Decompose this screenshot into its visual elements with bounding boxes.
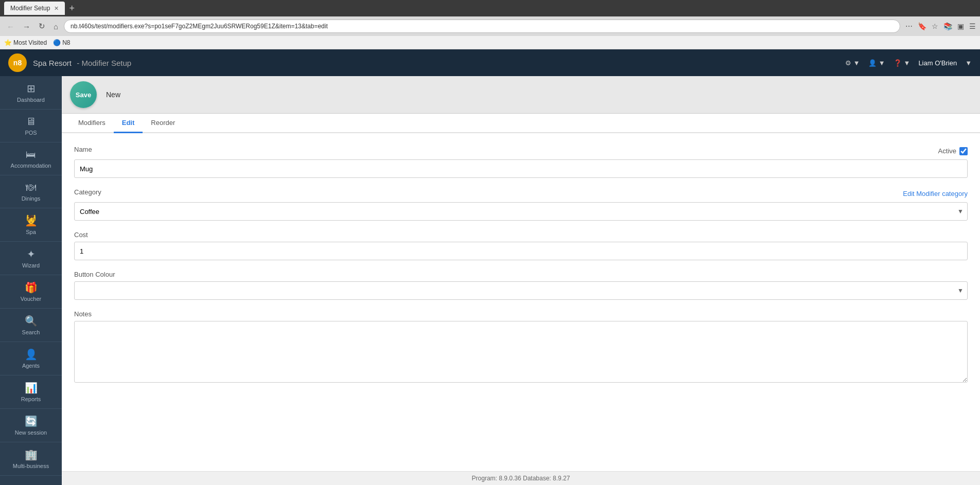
bookmark-icon[interactable]: 🔖 [918,22,926,30]
name-header-row: Name Active [74,146,968,156]
multi-business-icon: 🏢 [25,448,38,461]
bookmark-n8[interactable]: 🔵 N8 [53,39,70,46]
back-button[interactable]: ← [4,21,17,32]
n8-bookmark-icon: 🔵 [53,39,61,46]
new-tab-button[interactable]: + [69,3,75,14]
app-title-main: Spa Resort [33,59,72,67]
sidebar-item-multi-business[interactable]: 🏢 Multi-business [0,442,62,476]
sidebar-label-dashboard: Dashboard [17,97,45,103]
tab-reorder-label: Reorder [151,119,175,127]
active-text: Active [938,147,956,155]
sidebar-label-agents: Agents [22,363,40,369]
name-input[interactable] [74,159,968,178]
user-button[interactable]: 👤 ▼ [868,59,885,67]
sidebar-item-pos[interactable]: 🖥 POS [0,110,62,142]
sidebar-item-accommodation[interactable]: 🛏 Accommodation [0,142,62,175]
voucher-icon: 🎁 [25,281,38,294]
spa-icon: 💆 [25,214,38,227]
menu-icon[interactable]: ☰ [969,22,976,30]
sidebar-item-voucher[interactable]: 🎁 Voucher [0,275,62,309]
cost-input[interactable] [74,242,968,260]
library-icon[interactable]: 📚 [943,22,952,30]
sidebar-item-dashboard[interactable]: ⊞ Dashboard [0,76,62,110]
sidebar-label-spa: Spa [26,229,36,235]
home-button[interactable]: ⌂ [51,21,61,32]
sidebar-item-new-session[interactable]: 🔄 New session [0,409,62,442]
browser-tab[interactable]: Modifier Setup ✕ [4,2,65,15]
tabs-bar: Modifiers Edit Reorder [62,114,980,133]
sidebar-item-dinings[interactable]: 🍽 Dinings [0,175,62,208]
sidebar-item-reports[interactable]: 📊 Reports [0,375,62,409]
tab-close-button[interactable]: ✕ [54,5,59,12]
bookmark-most-visited-label: Most Visited [13,39,47,46]
cost-label: Cost [74,231,968,239]
tab-reorder[interactable]: Reorder [143,114,183,133]
address-bar[interactable] [64,20,900,33]
sidebar-label-dinings: Dinings [22,195,41,202]
button-colour-select[interactable] [74,281,968,300]
sidebar-label-new-session: New session [15,429,47,436]
help-arrow: ▼ [904,59,911,67]
sidebar-item-search[interactable]: 🔍 Search [0,309,62,342]
save-label: Save [76,91,91,99]
tab-title: Modifier Setup [10,5,50,12]
help-icon: ❓ [894,59,902,67]
sidebar-label-pos: POS [25,130,37,136]
tab-modifiers-label: Modifiers [78,119,106,127]
sidebar-toggle-icon[interactable]: ▣ [957,22,964,30]
bookmark-most-visited[interactable]: ⭐ Most Visited [4,39,47,46]
accommodation-icon: 🛏 [26,149,36,160]
bookmark-n8-label: N8 [62,39,70,46]
bookmarks-bar: ⭐ Most Visited 🔵 N8 [0,36,980,49]
pos-icon: 🖥 [26,116,36,128]
tab-edit-label: Edit [122,119,135,127]
active-label-group: Active [938,147,968,155]
form-area: Name Active Category Edit Modifier categ… [62,133,980,471]
notes-label: Notes [74,310,968,318]
toolbar: Save New [62,76,980,114]
top-nav-actions: ⚙ ▼ 👤 ▼ ❓ ▼ Liam O'Brien ▼ [845,59,972,67]
save-button[interactable]: Save [70,81,97,108]
user-arrow: ▼ [879,59,885,67]
sidebar-label-accommodation: Accommodation [11,163,51,169]
help-button[interactable]: ❓ ▼ [894,59,911,67]
search-icon: 🔍 [25,315,38,327]
reload-button[interactable]: ↻ [36,21,48,32]
sidebar-item-agents[interactable]: 👤 Agents [0,342,62,375]
category-select[interactable]: Coffee Tea Extras [74,202,968,221]
user-icon: 👤 [868,59,877,67]
app-title-sub: - Modifier Setup [77,59,131,67]
main-layout: ⊞ Dashboard 🖥 POS 🛏 Accommodation 🍽 Dini… [0,76,980,485]
new-button[interactable]: New [102,88,125,101]
notes-textarea[interactable] [74,321,968,383]
sidebar-item-wizard[interactable]: ✦ Wizard [0,242,62,275]
category-select-wrapper: Coffee Tea Extras ▼ [74,202,968,221]
star-icon[interactable]: ☆ [932,22,938,30]
active-checkbox[interactable] [959,147,968,155]
user-menu-arrow[interactable]: ▼ [965,59,972,67]
edit-modifier-category-link[interactable]: Edit Modifier category [903,190,968,197]
settings-button[interactable]: ⚙ ▼ [845,59,860,67]
forward-button[interactable]: → [20,21,33,32]
logo-text: n8 [13,59,22,67]
sidebar-label-reports: Reports [21,396,41,402]
top-nav: n8 Spa Resort - Modifier Setup ⚙ ▼ 👤 ▼ ❓… [0,49,980,76]
browser-title-bar: Modifier Setup ✕ + [0,0,980,16]
reports-icon: 📊 [25,382,38,394]
app-title: Spa Resort - Modifier Setup [33,59,839,67]
tab-edit[interactable]: Edit [114,114,143,133]
tab-modifiers[interactable]: Modifiers [70,114,114,133]
button-colour-select-wrapper: ▼ [74,281,968,300]
settings-icon: ⚙ [845,59,851,67]
user-name: Liam O'Brien [918,59,957,67]
more-tools-icon[interactable]: ⋯ [905,22,913,30]
sidebar-label-multi-business: Multi-business [13,463,49,469]
button-colour-form-group: Button Colour ▼ [74,271,968,300]
new-label: New [106,91,120,99]
new-session-icon: 🔄 [25,415,38,427]
app-logo: n8 [8,53,27,72]
dashboard-icon: ⊞ [27,82,36,95]
sidebar-item-spa[interactable]: 💆 Spa [0,208,62,242]
cost-form-group: Cost [74,231,968,260]
status-text: Program: 8.9.0.36 Database: 8.9.27 [472,475,570,482]
